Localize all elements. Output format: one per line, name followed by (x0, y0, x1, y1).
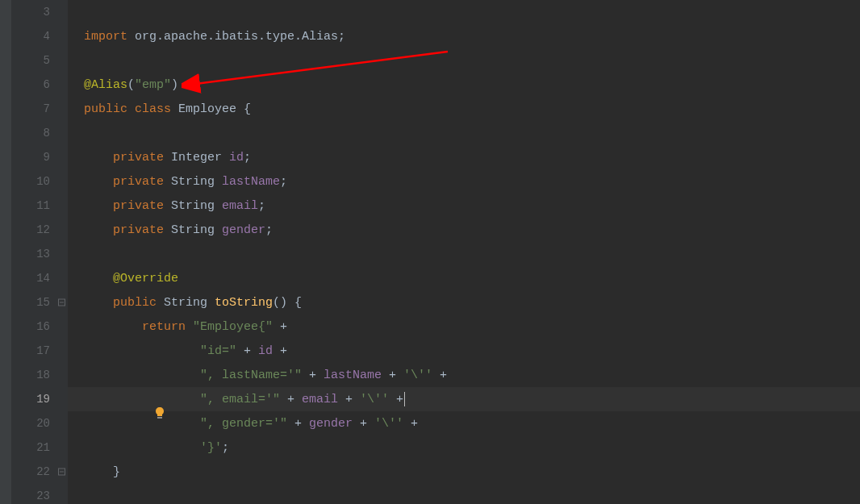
class-name: Employee (171, 102, 244, 116)
keyword-import: import (84, 30, 127, 44)
line-number[interactable]: 10 (11, 169, 68, 194)
line-number[interactable]: 21 (11, 435, 68, 460)
annotation-alias: @Alias (84, 78, 127, 92)
annotation-override: @Override (84, 272, 178, 285)
code-line[interactable] (68, 121, 860, 145)
intention-bulb-icon[interactable] (95, 393, 108, 406)
code-line[interactable] (68, 0, 860, 24)
line-number[interactable]: 9 (11, 145, 68, 169)
field-email: email (222, 199, 258, 213)
line-number[interactable]: 20 (11, 411, 68, 435)
method-tostring: toString (215, 296, 273, 310)
code-editor[interactable]: 3 4 5 6 7 8 9 10 11 12 13 14 15 16 17 18… (0, 0, 860, 504)
code-line[interactable]: import org.apache.ibatis.type.Alias; (68, 24, 860, 48)
code-line-current[interactable]: ", email='" + email + '\'' + (68, 387, 860, 411)
code-line[interactable] (68, 242, 860, 266)
code-line[interactable]: ", lastName='" + lastName + '\'' + (68, 363, 860, 387)
code-line[interactable]: private String lastName; (68, 169, 860, 194)
string-literal: "emp" (135, 78, 171, 92)
code-line[interactable]: '}'; (68, 435, 860, 460)
code-line[interactable]: @Override (68, 266, 860, 290)
line-number[interactable]: 14 (11, 266, 68, 290)
code-line[interactable]: public class Employee { (68, 97, 860, 121)
line-number[interactable]: 4 (11, 24, 68, 48)
package-path: org.apache.ibatis.type.Alias; (127, 30, 345, 44)
line-number-current[interactable]: 19 (11, 387, 68, 411)
code-line[interactable]: ", gender='" + gender + '\'' + (68, 411, 860, 435)
line-number[interactable]: 8 (11, 121, 68, 145)
line-number[interactable]: 6 (11, 73, 68, 97)
line-number[interactable]: 7 (11, 97, 68, 121)
code-text-area[interactable]: import org.apache.ibatis.type.Alias; @Al… (68, 0, 860, 504)
field-lastname: lastName (222, 175, 280, 189)
code-line[interactable] (68, 48, 860, 73)
line-number[interactable]: 13 (11, 242, 68, 266)
code-line[interactable]: @Alias("emp") (68, 73, 860, 97)
field-id: id (229, 151, 244, 165)
code-line[interactable]: "id=" + id + (68, 339, 860, 363)
code-line[interactable]: } (68, 460, 860, 484)
line-number-gutter[interactable]: 3 4 5 6 7 8 9 10 11 12 13 14 15 16 17 18… (11, 0, 68, 504)
fold-toggle-icon[interactable] (58, 299, 65, 306)
code-line[interactable]: private Integer id; (68, 145, 860, 169)
left-margin-strip (0, 0, 11, 504)
line-number[interactable]: 18 (11, 363, 68, 387)
code-line[interactable]: private String email; (68, 194, 860, 218)
fold-toggle-icon[interactable] (58, 469, 65, 476)
field-gender: gender (222, 223, 265, 237)
text-caret (404, 392, 405, 406)
line-number[interactable]: 12 (11, 218, 68, 242)
code-line[interactable]: public String toString() { (68, 290, 860, 314)
code-line[interactable]: private String gender; (68, 218, 860, 242)
line-number[interactable]: 11 (11, 194, 68, 218)
code-line[interactable]: return "Employee{" + (68, 314, 860, 339)
code-line[interactable] (68, 484, 860, 504)
line-number[interactable]: 5 (11, 48, 68, 73)
line-number[interactable]: 23 (11, 484, 68, 504)
line-number[interactable]: 16 (11, 314, 68, 339)
line-number[interactable]: 17 (11, 339, 68, 363)
line-number[interactable]: 3 (11, 0, 68, 24)
